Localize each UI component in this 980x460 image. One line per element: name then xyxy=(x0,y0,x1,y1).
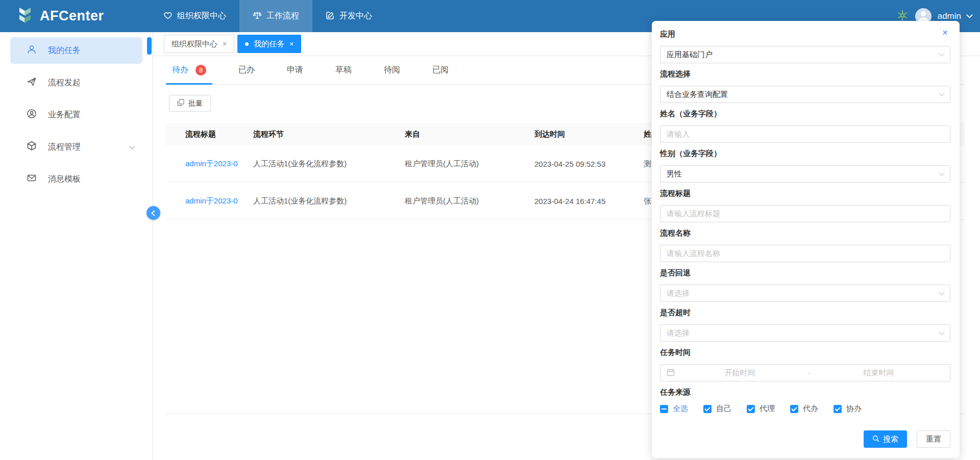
sidebar-item-label: 流程管理 xyxy=(48,142,81,152)
calendar-icon xyxy=(667,368,675,378)
row-title-link[interactable]: admin于2023-0 xyxy=(185,159,238,168)
tab-my-tasks[interactable]: 我的任务 × xyxy=(237,35,301,53)
subtab-label: 申请 xyxy=(287,65,303,75)
nav-item-label: 组织权限中心 xyxy=(177,11,226,21)
process-title-placeholder: 请输入流程标题 xyxy=(667,209,720,219)
send-icon xyxy=(27,76,37,89)
user-menu-chevron-icon[interactable] xyxy=(966,12,973,18)
cell-from: 租户管理员(人工活动) xyxy=(405,159,534,169)
search-icon xyxy=(872,435,879,444)
sidebar-item-label: 我的任务 xyxy=(48,45,81,56)
name-input-placeholder: 请输入 xyxy=(667,130,690,139)
todo-count-badge: 8 xyxy=(195,65,206,75)
checkbox-label: 全选 xyxy=(673,404,688,414)
close-icon[interactable]: × xyxy=(223,40,227,47)
main-nav: 组织权限中心 工作流程 开发中心 xyxy=(150,0,385,32)
name-input[interactable]: 请输入 xyxy=(660,125,950,143)
nav-item-org-permission-center[interactable]: 组织权限中心 xyxy=(150,0,239,32)
field-label-task-time: 任务时间 xyxy=(660,348,950,357)
field-label-name: 姓名（业务字段） xyxy=(660,109,950,118)
chevron-down-icon xyxy=(939,50,944,56)
source-checkbox-all[interactable]: 全选 xyxy=(660,404,688,414)
tab-label: 组织权限中心 xyxy=(172,39,217,49)
brand-logo[interactable]: AFCenter xyxy=(15,0,104,32)
tab-scroll-indicator xyxy=(147,37,152,55)
subtab-todo[interactable]: 待办 8 xyxy=(166,65,212,84)
timeout-select[interactable]: 请选择 xyxy=(660,324,950,342)
field-label-gender: 性别（业务字段） xyxy=(660,149,950,158)
nav-item-label: 开发中心 xyxy=(339,11,372,21)
batch-icon xyxy=(177,99,184,108)
header-cell-from: 来自 xyxy=(405,130,534,139)
username[interactable]: admin xyxy=(938,11,961,21)
panel-close-icon[interactable]: × xyxy=(942,28,948,37)
row-title-link[interactable]: admin于2023-0 xyxy=(185,196,238,205)
sidebar-item-my-tasks[interactable]: 我的任务 xyxy=(10,37,142,64)
gender-select-value: 男性 xyxy=(667,169,682,179)
subtab-apply[interactable]: 申请 xyxy=(281,65,309,84)
sidebar-collapse-button[interactable] xyxy=(146,206,160,220)
tab-org-permission-center[interactable]: 组织权限中心 × xyxy=(164,35,234,53)
edit-square-icon xyxy=(326,11,335,22)
subtab-label: 已办 xyxy=(238,65,255,75)
gender-select[interactable]: 男性 xyxy=(660,165,950,183)
sidebar-item-label: 消息模板 xyxy=(48,174,81,185)
workflow-scales-icon xyxy=(253,11,262,22)
tab-label: 我的任务 xyxy=(254,39,284,49)
checkbox-label: 自己 xyxy=(716,404,731,414)
close-icon[interactable]: × xyxy=(289,40,293,47)
batch-button[interactable]: 批量 xyxy=(169,95,211,112)
subtab-label: 已阅 xyxy=(432,65,449,75)
process-name-input[interactable]: 请输入流程名称 xyxy=(660,245,950,262)
field-label-process-select: 流程选择 xyxy=(660,69,950,79)
subtab-read[interactable]: 已阅 xyxy=(426,65,455,84)
cell-arrive-time: 2023-04-24 16:47:45 xyxy=(534,197,644,206)
source-checkbox-self[interactable]: 自己 xyxy=(703,404,731,414)
start-time-placeholder: 开始时间 xyxy=(675,368,805,378)
batch-label: 批量 xyxy=(188,99,203,108)
field-label-process-title: 流程标题 xyxy=(660,189,950,198)
heart-icon xyxy=(163,11,173,22)
nav-item-workflow[interactable]: 工作流程 xyxy=(239,0,312,32)
field-label-process-name: 流程名称 xyxy=(660,228,950,238)
nav-item-label: 工作流程 xyxy=(266,11,299,21)
subtab-label: 草稿 xyxy=(335,65,352,75)
sidebar-item-business-config[interactable]: 业务配置 xyxy=(10,101,142,128)
process-select[interactable]: 结合业务查询配置 xyxy=(660,86,950,103)
rollback-select[interactable]: 请选择 xyxy=(660,285,950,302)
mail-icon xyxy=(27,173,37,185)
cube-icon xyxy=(27,141,37,153)
sidebar-item-process-start[interactable]: 流程发起 xyxy=(10,69,142,96)
app-select[interactable]: 应用基础门户 xyxy=(660,46,950,63)
timeout-placeholder: 请选择 xyxy=(667,328,690,338)
field-label-task-source: 任务来源 xyxy=(660,388,950,397)
end-time-placeholder: 结束时间 xyxy=(814,368,944,378)
process-title-input[interactable]: 请输入流程标题 xyxy=(660,205,950,222)
subtab-to-read[interactable]: 待阅 xyxy=(378,65,406,84)
reset-label: 重置 xyxy=(926,435,941,444)
chevron-down-icon xyxy=(939,289,944,295)
process-name-placeholder: 请输入流程名称 xyxy=(667,249,720,259)
checkbox-checked-icon xyxy=(790,405,798,413)
source-checkbox-delegate[interactable]: 代办 xyxy=(790,404,818,414)
cell-arrive-time: 2023-04-25 09:52:53 xyxy=(534,160,644,168)
checkbox-checked-icon xyxy=(703,405,712,413)
source-checkbox-assist[interactable]: 协办 xyxy=(834,404,862,414)
sidebar-item-process-management[interactable]: 流程管理 xyxy=(10,134,142,160)
subtab-draft[interactable]: 草稿 xyxy=(329,65,358,84)
cell-from: 租户管理员(人工活动) xyxy=(405,196,534,206)
checkbox-checked-icon xyxy=(747,405,755,413)
logo-text: AFCenter xyxy=(40,8,104,24)
sidebar-item-message-template[interactable]: 消息模板 xyxy=(10,166,142,192)
field-label-app: 应用 xyxy=(660,30,950,39)
reset-button[interactable]: 重置 xyxy=(917,430,950,448)
subtab-done[interactable]: 已办 xyxy=(232,65,261,84)
user-circle-icon xyxy=(27,109,37,121)
header-cell-arrive-time: 到达时间 xyxy=(534,130,644,139)
source-checkbox-proxy[interactable]: 代理 xyxy=(747,404,775,414)
nav-item-dev-center[interactable]: 开发中心 xyxy=(312,0,385,32)
search-button[interactable]: 搜索 xyxy=(864,430,907,448)
task-time-range-picker[interactable]: 开始时间 - 结束时间 xyxy=(660,364,950,381)
sidebar-item-label: 流程发起 xyxy=(48,78,81,88)
checkbox-label: 代办 xyxy=(803,404,818,414)
